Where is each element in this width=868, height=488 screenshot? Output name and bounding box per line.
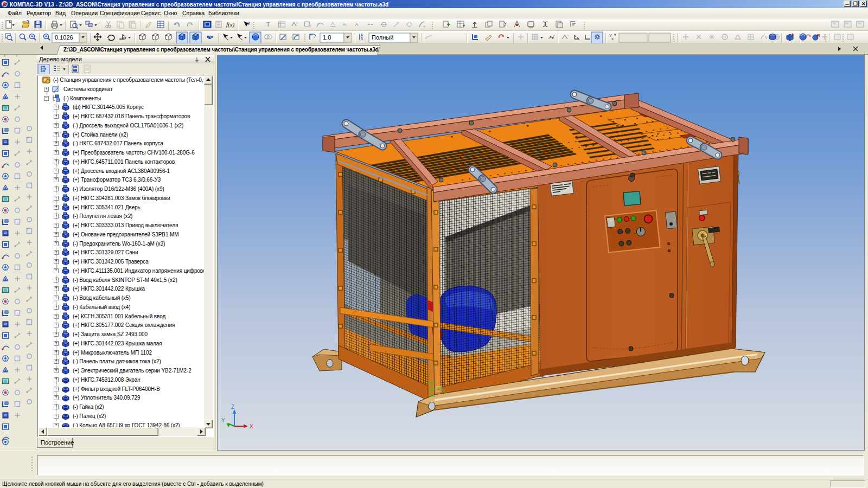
svg-text:Y: Y: [221, 418, 225, 423]
svg-text:R: R: [817, 33, 820, 38]
svg-text:A↓: A↓: [342, 22, 348, 27]
svg-text:?: ?: [247, 21, 251, 26]
svg-text:Полный: Полный: [372, 34, 393, 41]
svg-text:T: T: [266, 21, 270, 28]
svg-text:Z: Z: [231, 404, 234, 410]
svg-text:0.1026: 0.1026: [55, 34, 73, 41]
svg-text:1.0: 1.0: [323, 34, 331, 41]
svg-text:f(x): f(x): [226, 21, 235, 28]
svg-text:x: x: [611, 36, 614, 41]
svg-text:X: X: [250, 423, 253, 429]
svg-text:A̅: A̅: [355, 22, 358, 27]
